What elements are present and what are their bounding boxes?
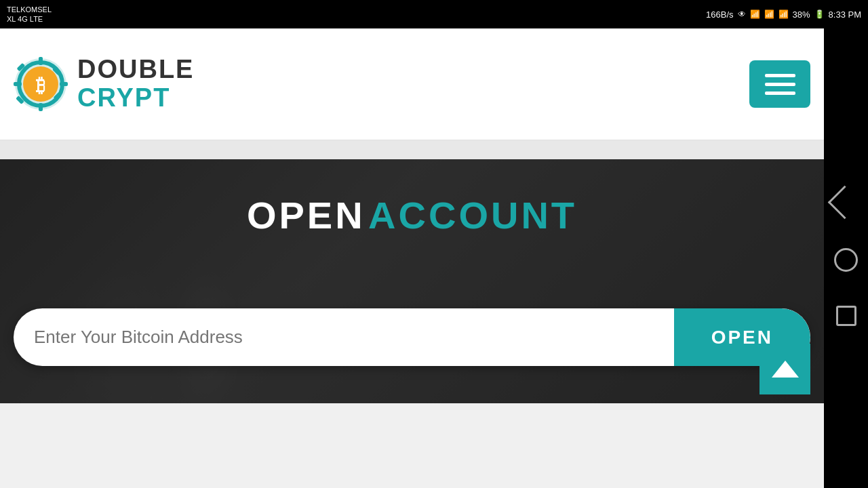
bitcoin-address-input[interactable]	[14, 308, 674, 366]
battery-level: 38%	[793, 9, 810, 20]
android-home-button[interactable]	[834, 248, 858, 272]
logo-double: DOUBLE	[77, 56, 194, 84]
wifi-icon: 📶	[750, 9, 760, 19]
carrier-name: TELKOMSEL	[7, 5, 52, 14]
system-status: 166B/s 👁 📶 📶 📶 38% 🔋 8:33 PM	[706, 9, 861, 20]
carrier-info: TELKOMSEL XL 4G LTE	[7, 5, 52, 24]
hamburger-menu-button[interactable]	[749, 60, 810, 108]
scroll-up-arrow-icon	[772, 361, 799, 378]
status-bar: TELKOMSEL XL 4G LTE 166B/s 👁 📶 📶 📶 38% 🔋…	[0, 0, 868, 28]
hero-account-text: ACCOUNT	[368, 194, 577, 237]
logo-crypt: CRYPT	[77, 84, 194, 113]
android-nav	[824, 28, 868, 488]
svg-text:₿: ₿	[36, 75, 45, 96]
logo-text: DOUBLE CRYPT	[77, 56, 194, 113]
network-type: XL 4G LTE	[7, 14, 52, 24]
hamburger-line-3	[765, 92, 795, 95]
hero-open-text: OPEN	[247, 194, 366, 237]
speed-indicator: 166B/s	[706, 9, 733, 20]
hamburger-line-1	[765, 74, 795, 77]
nav-bar: ₿ DOUBLE CRYPT	[0, 28, 824, 140]
bitcoin-logo: ₿	[14, 57, 68, 111]
android-recents-button[interactable]	[836, 306, 856, 326]
eye-icon: 👁	[738, 9, 746, 19]
scroll-to-top-button[interactable]	[760, 344, 810, 394]
hamburger-line-2	[765, 83, 795, 86]
logo-container: ₿ DOUBLE CRYPT	[14, 56, 194, 113]
android-back-button[interactable]	[827, 186, 861, 219]
signal-icon-2: 📶	[778, 9, 789, 19]
bottom-area	[0, 403, 824, 488]
time-display: 8:33 PM	[829, 9, 861, 20]
phone-screen: ₿ DOUBLE CRYPT OPEN ACCOUNT OPEN	[0, 28, 824, 488]
signal-icon: 📶	[764, 9, 774, 19]
separator	[0, 140, 824, 159]
hero-section: OPEN ACCOUNT OPEN	[0, 159, 824, 403]
hero-title: OPEN ACCOUNT	[247, 193, 577, 237]
account-form: OPEN	[14, 308, 810, 366]
battery-icon: 🔋	[814, 9, 825, 19]
